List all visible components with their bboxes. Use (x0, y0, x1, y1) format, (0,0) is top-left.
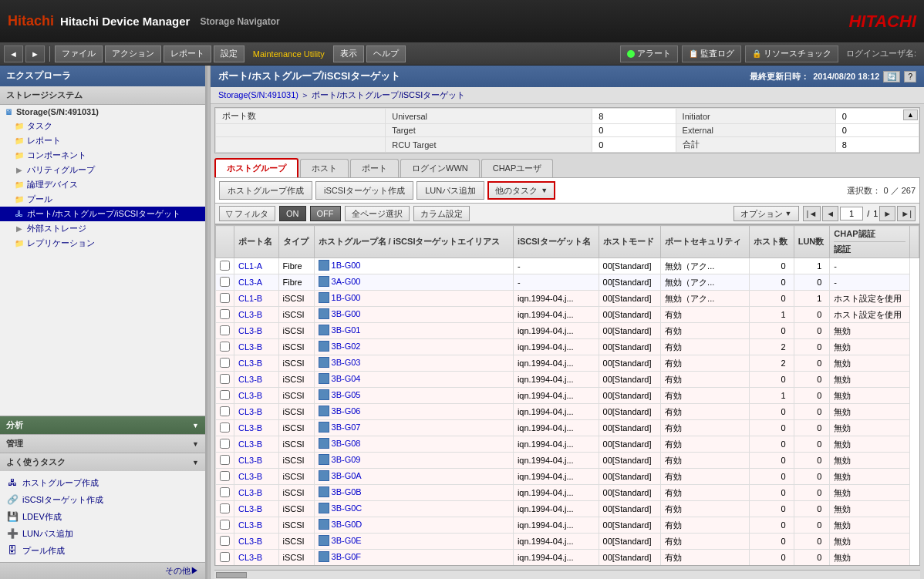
row-checkbox-cell[interactable] (216, 485, 234, 501)
filter-button[interactable]: ▽ フィルタ (219, 206, 275, 221)
hg-name-link[interactable]: 3B-G05 (332, 390, 361, 399)
port-name-link[interactable]: CL3-B (238, 423, 262, 433)
quick-task-lun-add[interactable]: ➕ LUNパス追加 (0, 525, 205, 542)
hg-name-link[interactable]: 3B-G0F (332, 552, 362, 561)
port-name-link[interactable]: CL3-B (238, 504, 262, 513)
port-name-link[interactable]: CL3-B (238, 342, 262, 352)
tree-item-tasks[interactable]: 📁 タスク (0, 119, 205, 133)
row-checkbox-cell[interactable] (216, 501, 234, 517)
quick-task-hg-create[interactable]: 🖧 ホストグループ作成 (0, 474, 205, 491)
tree-item-components[interactable]: 📁 コンポーネント (0, 148, 205, 163)
port-name-link[interactable]: CL3-B (238, 520, 262, 530)
row-checkbox-cell[interactable] (216, 307, 234, 323)
col-header-port-name[interactable]: ポート名 (234, 226, 279, 258)
row-checkbox-cell[interactable] (216, 291, 234, 307)
hg-name-link[interactable]: 3B-G0E (332, 536, 362, 545)
hg-name-link[interactable]: 3B-G06 (332, 406, 361, 416)
refresh-button[interactable]: 🔄 (883, 71, 900, 82)
tree-item-storage[interactable]: 🖥 Storage(S/N:491031) (0, 105, 205, 119)
row-checkbox[interactable] (220, 455, 230, 465)
row-checkbox-cell[interactable] (216, 355, 234, 372)
quick-task-pool-create[interactable]: 🗄 プール作成 (0, 542, 205, 559)
iscsi-target-create-button[interactable]: iSCSIターゲット作成 (315, 181, 413, 200)
hg-create-button[interactable]: ホストグループ作成 (219, 181, 312, 200)
alert-button[interactable]: アラート (620, 45, 678, 62)
row-checkbox[interactable] (220, 422, 230, 433)
row-checkbox-cell[interactable] (216, 534, 234, 550)
quick-tasks-section-header[interactable]: よく使うタスク ▼ (0, 453, 205, 471)
summary-collapse-button[interactable]: ▲ (903, 109, 918, 120)
select-all-button[interactable]: 全ページ選択 (345, 206, 410, 221)
row-checkbox[interactable] (220, 325, 230, 335)
col-header-host-count[interactable]: ホスト数 (750, 226, 794, 258)
data-table-container[interactable]: ポート名 タイプ ホストグループ名 / iSCSIターゲットエイリアス iSCS… (214, 224, 920, 566)
resource-lock-button[interactable]: 🔒 リソースチョック (745, 45, 838, 62)
hg-name-link[interactable]: 3B-G04 (332, 374, 361, 383)
row-checkbox-cell[interactable] (216, 274, 234, 291)
col-header-lun-count[interactable]: LUN数 (794, 226, 830, 258)
row-checkbox-cell[interactable] (216, 339, 234, 355)
row-checkbox-cell[interactable] (216, 388, 234, 404)
horizontal-scrollbar[interactable] (214, 570, 920, 579)
port-name-link[interactable]: CL3-B (238, 488, 262, 497)
port-name-link[interactable]: CL3-B (238, 375, 262, 384)
column-settings-button[interactable]: カラム設定 (413, 206, 470, 221)
hg-name-link[interactable]: 3B-G0D (332, 520, 363, 529)
view-menu-button[interactable]: 表示 (333, 45, 364, 62)
audit-log-button[interactable]: 📋 監査ログ (682, 45, 741, 62)
row-checkbox-cell[interactable] (216, 372, 234, 388)
page-last-button[interactable]: ►| (897, 206, 916, 221)
port-name-link[interactable]: CL3-B (238, 391, 262, 400)
row-checkbox[interactable] (220, 536, 230, 546)
row-checkbox-cell[interactable] (216, 550, 234, 566)
page-first-button[interactable]: |◄ (803, 206, 821, 221)
hg-name-link[interactable]: 1B-G00 (332, 261, 361, 270)
port-name-link[interactable]: CL1-A (238, 261, 262, 271)
tree-item-reports[interactable]: 📁 レポート (0, 133, 205, 148)
options-button[interactable]: オプション ▼ (733, 206, 799, 221)
row-checkbox-cell[interactable] (216, 517, 234, 534)
hg-name-link[interactable]: 3B-G08 (332, 439, 361, 448)
tab-port[interactable]: ポート (350, 159, 399, 177)
hg-name-link[interactable]: 3B-G0C (332, 503, 363, 513)
tab-chap-user[interactable]: CHAPユーザ (481, 159, 554, 177)
row-checkbox[interactable] (220, 487, 230, 497)
analysis-section[interactable]: 分析 ▼ (0, 416, 205, 434)
row-checkbox[interactable] (220, 471, 230, 481)
col-header-port-security[interactable]: ポートセキュリティ (661, 226, 750, 258)
row-checkbox-cell[interactable] (216, 453, 234, 469)
help-button[interactable]: ? (904, 71, 916, 82)
tree-item-port-host[interactable]: 🖧 ポート/ホストグループ/iSCSIターゲット (0, 207, 205, 221)
tree-item-ldev[interactable]: 📁 論理デバイス (0, 177, 205, 192)
hg-name-link[interactable]: 3A-G00 (332, 277, 361, 286)
col-header-iscsi-name[interactable]: iSCSIターゲット名 (513, 226, 599, 258)
hg-name-link[interactable]: 3B-G0B (332, 487, 362, 497)
port-name-link[interactable]: CL3-A (238, 278, 262, 287)
port-name-link[interactable]: CL3-B (238, 456, 262, 465)
filter-on-toggle[interactable]: ON (279, 206, 306, 221)
row-checkbox[interactable] (220, 520, 230, 530)
port-name-link[interactable]: CL3-B (238, 407, 262, 416)
row-checkbox-cell[interactable] (216, 436, 234, 453)
tree-item-replication[interactable]: 📁 レプリケーション (0, 236, 205, 251)
other-tasks-dropdown[interactable]: 他のタスク ▼ (487, 181, 555, 200)
file-menu-button[interactable]: ファイル (55, 45, 103, 62)
row-checkbox[interactable] (220, 552, 230, 562)
hg-name-link[interactable]: 3B-G00 (332, 309, 361, 318)
row-checkbox-cell[interactable] (216, 469, 234, 485)
maintenance-utility-link[interactable]: Maintenance Utility (247, 48, 331, 60)
row-checkbox[interactable] (220, 342, 230, 352)
col-header-type[interactable]: タイプ (278, 226, 314, 258)
hg-name-link[interactable]: 3B-G09 (332, 455, 361, 464)
tree-item-external[interactable]: ▶ 外部ストレージ (0, 221, 205, 236)
row-checkbox-cell[interactable] (216, 404, 234, 420)
row-checkbox[interactable] (220, 293, 230, 303)
row-checkbox-cell[interactable] (216, 323, 234, 339)
row-checkbox-cell[interactable] (216, 258, 234, 274)
tab-host[interactable]: ホスト (300, 159, 349, 177)
hg-name-link[interactable]: 3B-G02 (332, 342, 361, 351)
hg-name-link[interactable]: 1B-G00 (332, 293, 361, 302)
page-current-input[interactable] (840, 207, 863, 220)
scrollbar-thumb[interactable] (216, 572, 247, 578)
port-name-link[interactable]: CL1-B (238, 294, 262, 303)
